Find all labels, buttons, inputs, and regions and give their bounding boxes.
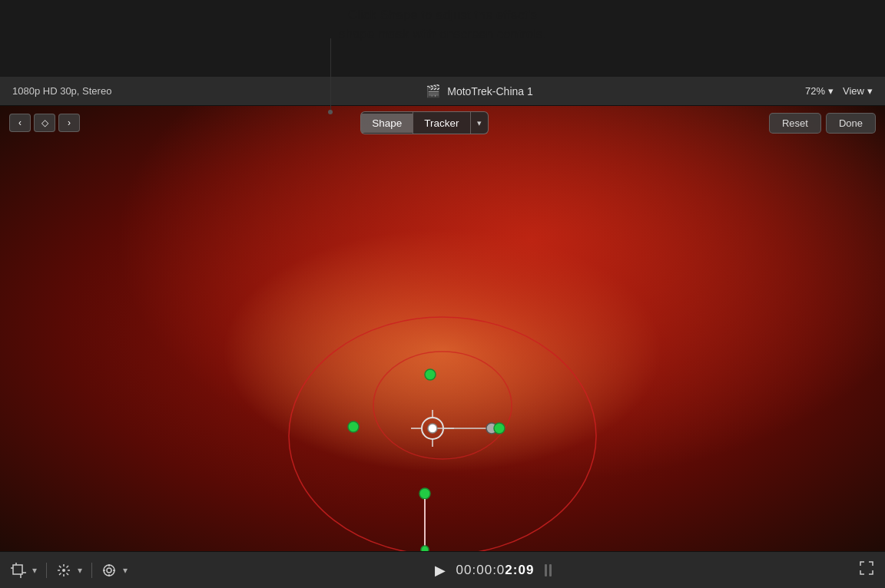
nav-prev-icon: ‹ [18,117,22,128]
pause-button[interactable] [545,564,552,576]
crop-tool-button[interactable] [11,563,26,578]
done-button[interactable]: Done [826,113,876,134]
viewer-toolbar: ‹ ◇ › Shape Tracker ▾ Reset Done [0,106,885,140]
pause-line-2 [549,564,552,576]
tooltip-line2: shape mask with onscreen controls. [339,27,546,41]
pause-icon [545,564,552,576]
nav-next-button[interactable]: › [58,114,80,132]
pause-line-1 [545,564,547,576]
tooltip-text: Click Shape to adjust the effect's shape… [339,6,546,44]
reset-button[interactable]: Reset [769,113,821,134]
fullscreen-icon [859,560,874,576]
magic-tool-button[interactable] [56,563,71,578]
fullscreen-button[interactable] [859,560,874,580]
crop-chevron-icon[interactable]: ▾ [32,565,37,576]
shape-button[interactable]: Shape [361,114,413,133]
zoom-value: 72% [805,85,825,97]
magic-icon [56,563,71,578]
zoom-chevron-icon: ▾ [828,85,834,97]
view-button[interactable]: View ▾ [843,85,873,97]
header-title: MotoTrek-China 1 [447,85,533,97]
svg-line-28 [59,573,61,575]
nav-prev-button[interactable]: ‹ [9,114,31,132]
nav-next-icon: › [68,117,71,128]
nav-buttons: ‹ ◇ › [9,114,80,132]
tooltip-line1: Click Shape to adjust the effect's [348,8,537,22]
svg-point-29 [62,569,65,572]
timecode-prefix: 00:00:0 [456,563,505,577]
shape-tracker-segment: Shape Tracker ▾ [360,111,488,134]
svg-point-30 [104,565,114,576]
svg-point-31 [107,568,111,573]
video-background [0,106,885,551]
header-bar: 1080p HD 30p, Stereo 🎬 MotoTrek-China 1 … [0,77,885,106]
view-label: View [843,85,864,97]
play-button[interactable]: ▶ [435,562,446,579]
timecode-current: 2:09 [505,563,534,577]
svg-line-26 [67,573,69,575]
header-meta: 1080p HD 30p, Stereo [0,85,154,97]
film-icon: 🎬 [426,84,441,98]
bottom-right [859,560,885,580]
tooltip-area: Click Shape to adjust the effect's shape… [0,0,885,77]
bottom-bar: ▾ ▾ [0,551,885,588]
svg-rect-16 [13,565,22,574]
bottom-divider-2 [91,563,92,578]
bottom-center: ▶ 00:00:02:09 [128,562,859,579]
action-buttons: Reset Done [769,113,876,134]
svg-line-27 [67,566,69,568]
timecode: 00:00:02:09 [456,563,535,578]
crop-icon [11,563,26,578]
segment-chevron-button[interactable]: ▾ [471,114,488,132]
magic-chevron-icon[interactable]: ▾ [78,565,82,576]
nav-target-button[interactable]: ◇ [34,114,55,132]
zoom-button[interactable]: 72% ▾ [805,85,834,97]
bottom-divider-1 [46,563,47,578]
target-icon [101,563,117,578]
bottom-left-tools: ▾ ▾ [0,563,128,578]
tracker-button[interactable]: Tracker [413,114,469,133]
svg-line-25 [59,566,61,568]
header-title-section: 🎬 MotoTrek-China 1 [154,84,805,98]
callout-line [330,38,331,112]
nav-target-icon: ◇ [41,117,48,128]
view-chevron-icon: ▾ [867,85,873,97]
header-right: 72% ▾ View ▾ [805,85,885,97]
viewer-area: ‹ ◇ › Shape Tracker ▾ Reset Done [0,106,885,551]
target-tool-button[interactable] [101,563,117,578]
play-icon: ▶ [435,563,446,578]
